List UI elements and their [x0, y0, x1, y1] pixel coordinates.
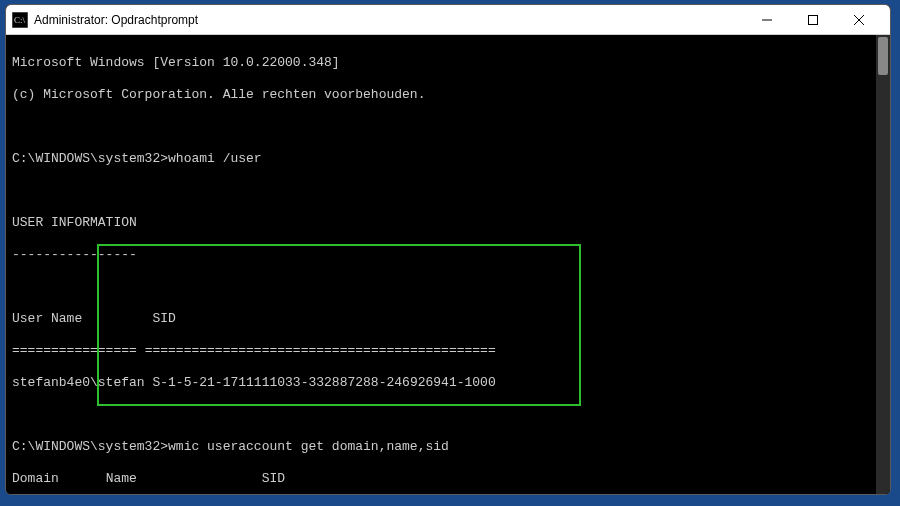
window-controls: [744, 5, 882, 35]
close-button[interactable]: [836, 5, 882, 35]
prompt-path: C:\WINDOWS\system32>: [12, 439, 168, 455]
cmd-icon: C:\: [12, 12, 28, 28]
prompt-line: C:\WINDOWS\system32>wmic useraccount get…: [12, 439, 884, 455]
svg-rect-3: [809, 15, 818, 24]
scrollbar-thumb[interactable]: [878, 37, 888, 75]
banner-line: Microsoft Windows [Version 10.0.22000.34…: [12, 55, 884, 71]
command: wmic useraccount get domain,name,sid: [168, 439, 449, 455]
maximize-button[interactable]: [790, 5, 836, 35]
divider: ----------------: [12, 247, 884, 263]
titlebar[interactable]: C:\ Administrator: Opdrachtprompt: [6, 5, 890, 35]
divider: ================ =======================…: [12, 343, 884, 359]
svg-text:C:\: C:\: [14, 15, 26, 25]
section-header: USER INFORMATION: [12, 215, 884, 231]
prompt-line: C:\WINDOWS\system32>whoami /user: [12, 151, 884, 167]
terminal-output[interactable]: Microsoft Windows [Version 10.0.22000.34…: [6, 35, 890, 494]
minimize-button[interactable]: [744, 5, 790, 35]
banner-line: (c) Microsoft Corporation. Alle rechten …: [12, 87, 884, 103]
scrollbar[interactable]: [876, 35, 890, 494]
command: whoami /user: [168, 151, 262, 167]
table-row: stefanb4e0\stefan S-1-5-21-1711111033-33…: [12, 375, 884, 391]
table-header: Domain Name SID: [12, 471, 884, 487]
window-title: Administrator: Opdrachtprompt: [34, 13, 744, 27]
table-header: User Name SID: [12, 311, 884, 327]
command-prompt-window: C:\ Administrator: Opdrachtprompt Micros…: [5, 4, 891, 495]
prompt-path: C:\WINDOWS\system32>: [12, 151, 168, 167]
